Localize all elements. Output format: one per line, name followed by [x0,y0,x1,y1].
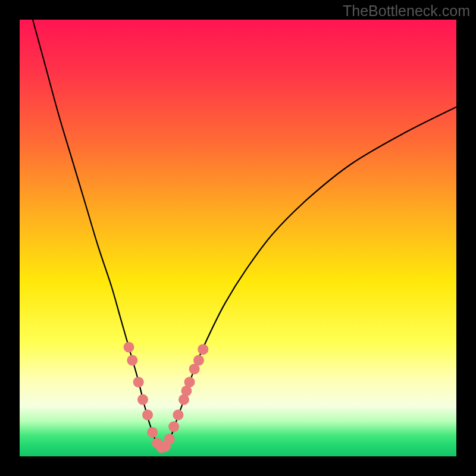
marker-dot [133,377,144,387]
marker-dot [124,342,134,353]
marker-dot [173,409,183,420]
marker-dot [137,394,148,405]
marker-dot [198,344,208,355]
marker-dot [164,434,175,444]
plot-svg [20,20,456,456]
marker-dot [127,355,137,366]
marker-dot [142,409,153,420]
gradient-background [20,20,456,456]
plot-area [20,20,456,456]
marker-dot [168,421,179,432]
marker-dot [147,427,158,438]
marker-dot [184,377,195,387]
watermark-text: TheBottleneck.com [343,2,470,20]
marker-dot [193,355,204,366]
chart-stage: TheBottleneck.com [0,0,476,476]
